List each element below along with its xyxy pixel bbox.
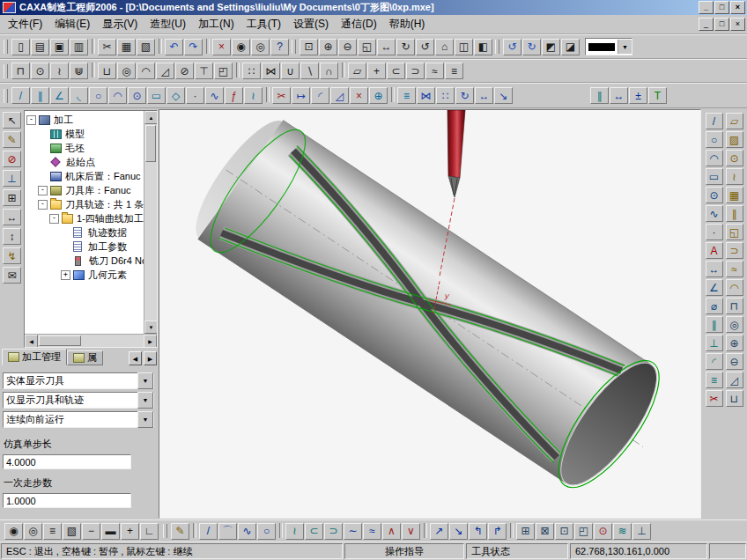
shaded-display-icon[interactable]: ◧ (474, 39, 492, 55)
fillet-curve-icon[interactable]: ◜ (311, 87, 329, 104)
pan-vertical-icon[interactable]: ↕ (3, 228, 21, 245)
draft-solid-icon[interactable]: ◿ (726, 372, 743, 388)
measure-icon[interactable]: ⊥ (3, 170, 21, 187)
tree-item[interactable]: 机床后置：Fanuc (25, 169, 144, 183)
collapse-icon[interactable]: - (49, 214, 59, 224)
wireframe-display-icon[interactable]: ◫ (455, 39, 473, 55)
ellipse-icon[interactable]: ⊙ (128, 87, 146, 104)
contour-line-icon[interactable]: / (199, 523, 218, 540)
tree-item-label[interactable]: 加工参数 (88, 240, 127, 254)
tree-item-label[interactable]: 起始点 (66, 156, 95, 169)
undo-icon[interactable]: ↶ (165, 39, 183, 55)
break-curve-icon[interactable]: × (350, 87, 368, 104)
toolbar-grip[interactable] (292, 40, 296, 54)
dropdown-arrow-icon[interactable]: ▼ (137, 372, 153, 389)
tree-item[interactable]: -加工 (25, 113, 144, 127)
box-path-icon[interactable]: ⊠ (536, 523, 554, 540)
select-cursor-icon[interactable]: ↖ (3, 112, 21, 129)
menu-tools[interactable]: 工具(T) (240, 15, 287, 33)
toolbar-grip[interactable] (4, 89, 8, 103)
color-control-icon[interactable]: ▧ (63, 523, 81, 540)
angle-tool-icon[interactable]: ∠ (706, 279, 723, 296)
expand-icon[interactable]: + (61, 270, 70, 280)
tree-item-label[interactable]: 模型 (65, 128, 85, 141)
tree-item[interactable]: 毛坯 (25, 141, 144, 155)
arc-tool-icon[interactable]: ◠ (706, 150, 723, 166)
loft-add-icon[interactable]: ⋓ (70, 63, 88, 79)
measure-path-icon[interactable]: ⊥ (632, 523, 651, 540)
zoom-all-icon[interactable]: ⊡ (300, 39, 318, 55)
ruled-surface-icon[interactable]: ▨ (726, 131, 743, 148)
tree-item[interactable]: -刀具库：Fanuc (25, 183, 144, 197)
pan-horizontal-icon[interactable]: ↔ (3, 209, 21, 225)
path-turn-right-icon[interactable]: ↱ (488, 523, 507, 540)
mirror-feature-icon[interactable]: ⋈ (262, 63, 280, 79)
rect-tool-icon[interactable]: ▭ (706, 168, 723, 185)
viewport-canvas[interactable]: y (159, 109, 701, 519)
tree-vertical-scrollbar[interactable]: ▲ ▼ (144, 111, 157, 334)
print-icon[interactable]: ▥ (70, 39, 88, 55)
sketch-trajectory-icon[interactable]: ✎ (171, 523, 189, 540)
curve-project-icon[interactable]: ≀ (285, 523, 304, 540)
boolean-intersect-icon[interactable]: ∩ (320, 63, 338, 79)
steps-per-run-input[interactable] (3, 493, 131, 508)
tree-item[interactable]: 加工参数 (25, 239, 144, 254)
parallel-tool-icon[interactable]: ∥ (706, 316, 723, 333)
collapse-icon[interactable]: - (38, 186, 48, 195)
fillet-feature-icon[interactable]: ◠ (137, 63, 155, 79)
zigzag-down-icon[interactable]: ∨ (402, 523, 420, 540)
tree-item[interactable]: 模型 (25, 127, 144, 141)
perpendicular-tool-icon[interactable]: ⊥ (706, 335, 723, 351)
tree-item-label[interactable]: 1-四轴曲线加工 (77, 212, 144, 225)
tree-item-label[interactable]: 毛坯 (65, 142, 85, 155)
paste-icon[interactable]: ▧ (137, 39, 155, 55)
title-bar[interactable]: CAXA制造工程师2006 - [D:\Documents and Settin… (0, 0, 747, 15)
path-up-icon[interactable]: ↗ (430, 523, 448, 540)
grid-path-icon[interactable]: ⊞ (516, 523, 535, 540)
scrollbar-thumb[interactable] (39, 335, 81, 346)
circle-icon[interactable]: ○ (89, 87, 107, 104)
show-entity-icon[interactable]: ◉ (4, 523, 23, 540)
text-tool-icon[interactable]: A (706, 242, 723, 259)
extrude-solid-icon[interactable]: ⊓ (726, 298, 743, 314)
revolve-cut-icon[interactable]: ◎ (117, 63, 136, 79)
visible-icon[interactable]: ◉ (232, 39, 250, 55)
close-icon[interactable]: × (730, 1, 745, 14)
cut-icon[interactable]: ✂ (98, 39, 116, 55)
extrude-cut-icon[interactable]: ⊔ (98, 63, 116, 79)
sketch-plane-icon[interactable]: ▱ (348, 63, 366, 79)
extend-curve-icon[interactable]: ↦ (292, 87, 310, 104)
point-tool-icon[interactable]: · (706, 224, 723, 240)
stitch-surface-icon[interactable]: ≈ (726, 261, 743, 277)
dimension-tool-icon[interactable]: ↔ (706, 261, 723, 277)
rotate-view-icon[interactable]: ↻ (396, 39, 415, 55)
mdi-restore-icon[interactable]: □ (714, 18, 729, 31)
rotate-curve-icon[interactable]: ↻ (455, 87, 474, 104)
dropdown-arrow-icon[interactable]: ▼ (137, 392, 153, 409)
linear-array-icon[interactable]: ∷ (242, 63, 261, 79)
revolve-solid-icon[interactable]: ◎ (726, 316, 743, 333)
entity-display-mode-select[interactable]: 实体显示刀具▼ (3, 372, 154, 389)
grid-toggle-icon[interactable]: ⊞ (3, 189, 21, 206)
thicken-surface-icon[interactable]: ≡ (445, 63, 463, 79)
contour-circle-icon[interactable]: ○ (257, 523, 276, 540)
plane-surface-icon[interactable]: ▱ (726, 113, 743, 129)
tree-item-label[interactable]: 刀具库：Fanuc (65, 184, 131, 197)
tolerance-icon[interactable]: ± (629, 87, 647, 104)
tree-item-label[interactable]: 几何元素 (88, 269, 127, 282)
menu-machining[interactable]: 加工(N) (192, 15, 240, 33)
scroll-left-icon[interactable]: ◀ (25, 335, 38, 348)
menu-help[interactable]: 帮助(H) (383, 15, 432, 33)
invisible-icon[interactable]: ◎ (251, 39, 270, 55)
boolean-add-icon[interactable]: ⊕ (726, 335, 743, 351)
path-turn-left-icon[interactable]: ↰ (469, 523, 487, 540)
angle-line-icon[interactable]: ∠ (50, 87, 69, 104)
chamfer-feature-icon[interactable]: ◿ (156, 63, 174, 79)
tangent-tool-icon[interactable]: ◜ (706, 353, 723, 370)
boolean-union-icon[interactable]: ∪ (281, 63, 300, 79)
zigzag-up-icon[interactable]: ∧ (382, 523, 401, 540)
sim-step-length-input[interactable] (3, 454, 131, 469)
quick-action-icon[interactable]: ↯ (3, 247, 21, 264)
iso-view-icon[interactable]: ◪ (561, 39, 580, 55)
tree-item[interactable]: 起始点 (25, 155, 144, 169)
